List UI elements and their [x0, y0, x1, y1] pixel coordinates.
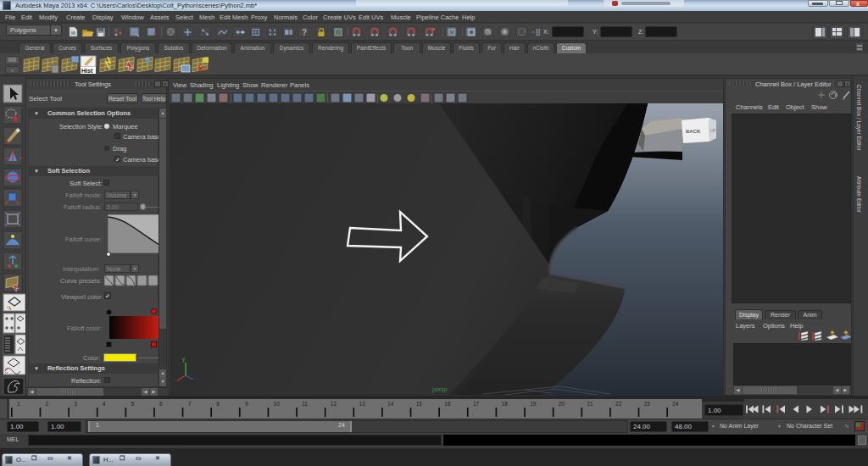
svg-text:6: 6: [159, 401, 163, 407]
svg-text:18: 18: [502, 401, 509, 407]
svg-text:7: 7: [188, 401, 192, 407]
svg-text:21: 21: [587, 401, 593, 407]
svg-text:persp: persp: [432, 386, 448, 393]
svg-text:20: 20: [559, 401, 565, 407]
svg-text:24: 24: [672, 401, 679, 407]
svg-text:12: 12: [331, 401, 337, 407]
svg-text:8: 8: [216, 401, 220, 407]
svg-text:15: 15: [416, 401, 423, 407]
svg-text:17: 17: [473, 401, 480, 407]
svg-text:2: 2: [46, 401, 49, 407]
svg-text:23: 23: [644, 401, 651, 407]
svg-text:UP: UP: [710, 129, 715, 133]
svg-text:4: 4: [103, 401, 106, 407]
svg-text:14: 14: [387, 401, 394, 407]
svg-text:16: 16: [444, 401, 451, 407]
svg-text:3: 3: [74, 401, 77, 407]
svg-text:9: 9: [245, 401, 248, 407]
svg-text:19: 19: [530, 401, 537, 407]
svg-text:1: 1: [17, 401, 20, 407]
svg-text:BACK: BACK: [686, 129, 701, 134]
svg-text:5: 5: [131, 401, 134, 407]
svg-text:11: 11: [302, 401, 308, 407]
svg-text:10: 10: [274, 401, 281, 407]
svg-text:22: 22: [615, 401, 622, 407]
svg-text:Hist: Hist: [81, 68, 93, 74]
svg-text:13: 13: [359, 401, 365, 407]
svg-text:?: ?: [302, 28, 307, 37]
